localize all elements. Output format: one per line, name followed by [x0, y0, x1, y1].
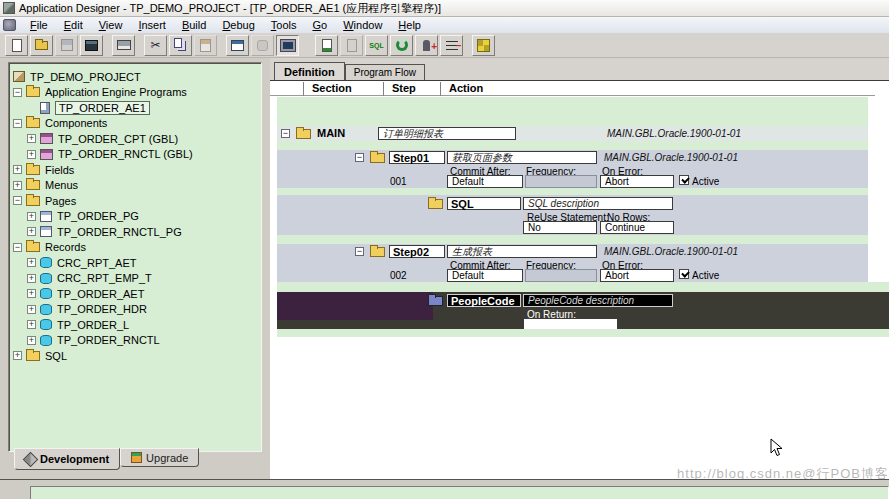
- no-rows-select[interactable]: Continue: [600, 221, 674, 234]
- expand-icon[interactable]: [27, 212, 36, 221]
- step-name-input[interactable]: Step02: [389, 245, 445, 258]
- copy-button[interactable]: [169, 35, 192, 56]
- menu-file[interactable]: File: [22, 18, 56, 32]
- expand-icon[interactable]: [13, 351, 22, 360]
- tree-item-tp-order-l[interactable]: TP_ORDER_L: [13, 317, 259, 333]
- commit-after-select[interactable]: Default: [447, 175, 523, 188]
- on-error-select[interactable]: Abort: [600, 175, 674, 188]
- on-error-select[interactable]: Abort: [600, 269, 674, 282]
- remove-definition-button[interactable]: [440, 35, 463, 56]
- collapse-icon[interactable]: −: [355, 247, 364, 256]
- expand-icon[interactable]: [27, 289, 36, 298]
- menu-build[interactable]: Build: [174, 18, 214, 32]
- sql-editor-button[interactable]: SQL: [365, 35, 388, 56]
- development-tools-icon: [23, 451, 39, 467]
- expand-icon[interactable]: [27, 134, 36, 143]
- expand-icon[interactable]: [27, 336, 36, 345]
- collapse-icon[interactable]: [13, 196, 22, 205]
- action-folder-icon: [428, 296, 443, 306]
- cut-button[interactable]: ✂: [144, 35, 167, 56]
- tree-item-records[interactable]: Records: [13, 240, 259, 256]
- collapse-icon[interactable]: −: [355, 153, 364, 162]
- expand-icon[interactable]: [13, 165, 22, 174]
- active-checkbox[interactable]: [679, 175, 689, 185]
- build-button[interactable]: [472, 35, 495, 56]
- expand-icon[interactable]: [27, 258, 36, 267]
- tree-item-sql[interactable]: SQL: [13, 348, 259, 364]
- tree-item-tp-order-pg[interactable]: TP_ORDER_PG: [13, 209, 259, 225]
- step-name-input[interactable]: Step01: [389, 151, 445, 164]
- tree-item-pages[interactable]: Pages: [13, 193, 259, 209]
- collapse-icon[interactable]: [13, 243, 22, 252]
- menu-window[interactable]: Window: [335, 18, 390, 32]
- document-system-icon[interactable]: [3, 19, 16, 31]
- tab-program-flow[interactable]: Program Flow: [345, 64, 425, 80]
- print-button[interactable]: [112, 35, 135, 56]
- tree-item-menus[interactable]: Menus: [13, 178, 259, 194]
- definition-properties-button[interactable]: [340, 35, 363, 56]
- expand-icon[interactable]: [27, 274, 36, 283]
- step02-block[interactable]: − Step02 生成报表 MAIN.GBL.Oracle.1900-01-01…: [277, 244, 868, 282]
- tree-item-tp-order-cpt[interactable]: TP_ORDER_CPT (GBL): [13, 131, 259, 147]
- tree-item-fields[interactable]: Fields: [13, 162, 259, 178]
- step01-block[interactable]: − Step01 获取页面参数 MAIN.GBL.Oracle.1900-01-…: [277, 150, 868, 188]
- output-window-edge[interactable]: [30, 486, 889, 499]
- new-button[interactable]: [5, 35, 28, 56]
- tree-item-tp-order-aet[interactable]: TP_ORDER_AET: [13, 286, 259, 302]
- open-button[interactable]: [30, 35, 53, 56]
- sql-description-input[interactable]: SQL description: [523, 197, 673, 210]
- section-description-input[interactable]: 订单明细报表: [378, 127, 516, 140]
- tree-item-ae-programs[interactable]: Application Engine Programs: [13, 85, 259, 101]
- tree-item-components[interactable]: Components: [13, 116, 259, 132]
- tree-item-project[interactable]: TP_DEMO_PROJECT: [13, 69, 259, 85]
- step-description-input[interactable]: 获取页面参数: [447, 151, 597, 164]
- add-definition-button[interactable]: [415, 35, 438, 56]
- expand-icon[interactable]: [27, 320, 36, 329]
- expand-icon[interactable]: [27, 305, 36, 314]
- run-request-button[interactable]: [315, 35, 338, 56]
- expand-icon[interactable]: [13, 181, 22, 190]
- menu-help[interactable]: Help: [390, 18, 429, 32]
- tree-item-tp-order-rnctl-pg[interactable]: TP_ORDER_RNCTL_PG: [13, 224, 259, 240]
- menu-insert[interactable]: Insert: [130, 18, 174, 32]
- tree-item-tp-order-rnctl-rec[interactable]: TP_ORDER_RNCTL: [13, 333, 259, 349]
- menu-view[interactable]: View: [91, 18, 131, 32]
- tree-item-tp-order-hdr[interactable]: TP_ORDER_HDR: [13, 302, 259, 318]
- object-references-button[interactable]: [251, 35, 274, 56]
- collapse-icon[interactable]: [13, 119, 22, 128]
- data-mover-button[interactable]: [390, 35, 413, 56]
- expand-icon[interactable]: [27, 227, 36, 236]
- menu-debug[interactable]: Debug: [214, 18, 262, 32]
- sql-action-block[interactable]: SQL SQL description ReUse Statement: No …: [277, 195, 868, 235]
- menu-go[interactable]: Go: [305, 18, 336, 32]
- reuse-select[interactable]: No: [523, 221, 597, 234]
- step-description-input[interactable]: 生成报表: [447, 245, 597, 258]
- frequency-field[interactable]: [525, 269, 597, 282]
- commit-after-select[interactable]: Default: [447, 269, 523, 282]
- menu-edit[interactable]: Edit: [56, 18, 91, 32]
- peoplecode-action-block[interactable]: PeopleCode PeopleCode description On Ret…: [277, 292, 889, 329]
- tree-item-tp-order-ae1[interactable]: TP_ORDER_AE1: [13, 100, 259, 116]
- tree-item-crc-rpt-aet[interactable]: CRC_RPT_AET: [13, 255, 259, 271]
- active-checkbox[interactable]: [679, 269, 689, 279]
- action-folder-icon: [428, 199, 443, 209]
- tab-development[interactable]: Development: [14, 448, 120, 470]
- project-workspace-button[interactable]: [80, 35, 103, 56]
- save-button[interactable]: [55, 35, 78, 56]
- paste-button[interactable]: [194, 35, 217, 56]
- frequency-field[interactable]: [525, 175, 597, 188]
- expand-icon[interactable]: [27, 150, 36, 159]
- tree-item-crc-rpt-emp-t[interactable]: CRC_RPT_EMP_T: [13, 271, 259, 287]
- main-section-row[interactable]: − MAIN 订单明细报表 MAIN.GBL.Oracle.1900-01-01: [277, 126, 868, 141]
- action-type[interactable]: SQL: [447, 197, 521, 210]
- tab-upgrade[interactable]: Upgrade: [120, 448, 199, 467]
- properties-button[interactable]: [226, 35, 249, 56]
- peoplecode-description-input[interactable]: PeopleCode description: [523, 294, 673, 307]
- output-window-button[interactable]: [276, 35, 299, 56]
- action-type[interactable]: PeopleCode: [447, 294, 521, 307]
- collapse-icon[interactable]: [13, 88, 22, 97]
- tab-definition[interactable]: Definition: [274, 62, 345, 81]
- collapse-icon[interactable]: −: [281, 129, 290, 138]
- tree-item-tp-order-rnctl-cpt[interactable]: TP_ORDER_RNCTL (GBL): [13, 147, 259, 163]
- menu-tools[interactable]: Tools: [263, 18, 305, 32]
